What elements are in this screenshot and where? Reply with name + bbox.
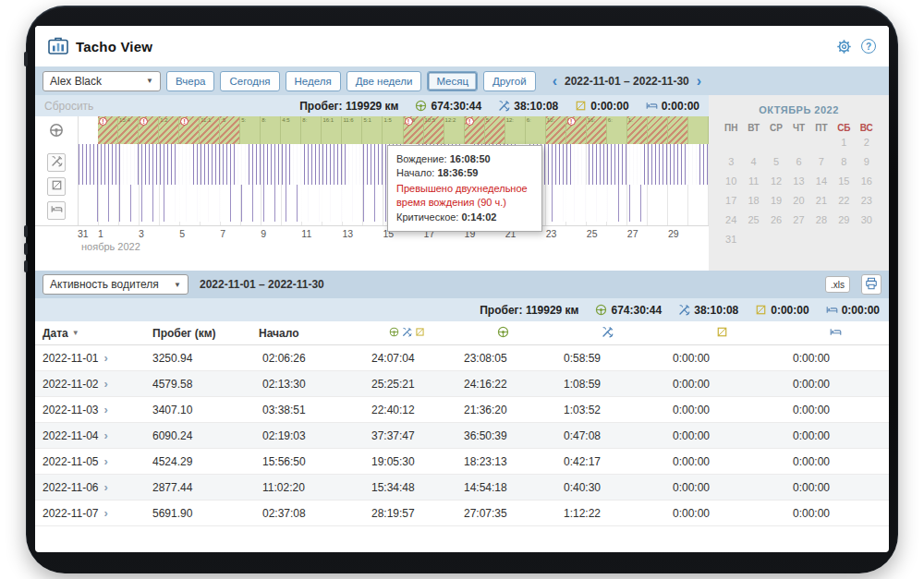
calendar-day[interactable]: 12 xyxy=(765,175,787,189)
column-header-start[interactable]: Начало xyxy=(251,321,360,344)
expand-row-chevron[interactable]: › xyxy=(104,403,108,416)
row-date[interactable]: 2022-11-02› xyxy=(35,371,148,396)
range-button-month[interactable]: Месяц xyxy=(427,71,478,91)
prev-period-button[interactable]: ‹ xyxy=(553,74,557,89)
timeline-activity-segment[interactable]: 6:! xyxy=(465,116,485,144)
expand-row-chevron[interactable]: › xyxy=(104,454,108,468)
export-xls-button[interactable]: .xls xyxy=(825,276,850,293)
calendar-day[interactable]: 19 xyxy=(765,195,787,209)
expand-row-chevron[interactable]: › xyxy=(104,351,108,365)
column-header-work[interactable] xyxy=(553,321,662,344)
row-date[interactable]: 2022-11-01› xyxy=(35,345,148,370)
calendar-day[interactable]: 22 xyxy=(833,195,855,209)
timeline-activity-segment[interactable]: 5: xyxy=(240,116,261,144)
timeline-activity-segment[interactable]: 8: xyxy=(261,116,281,144)
timeline-activity-segment[interactable]: 4:5 xyxy=(281,116,301,144)
timeline-activity-segment[interactable]: 6:! xyxy=(566,116,587,144)
timeline-activity-segment[interactable]: 1:2 xyxy=(159,116,179,144)
timeline-activity-segment[interactable]: 11:1 xyxy=(200,116,220,144)
calendar-day[interactable]: 6 xyxy=(787,156,809,170)
range-button-two-weeks[interactable]: Две недели xyxy=(346,71,422,91)
calendar-day[interactable]: 8 xyxy=(833,156,855,170)
calendar-day[interactable]: 3 xyxy=(720,156,742,170)
calendar-day[interactable]: 4 xyxy=(742,156,764,170)
range-button-today[interactable]: Сегодня xyxy=(220,71,279,91)
expand-row-chevron[interactable]: › xyxy=(104,480,108,494)
calendar-day[interactable]: 10 xyxy=(720,175,742,189)
row-date[interactable]: 2022-11-03› xyxy=(35,397,148,422)
row-date[interactable]: 2022-11-06› xyxy=(35,475,148,500)
calendar-day[interactable]: 5 xyxy=(765,156,787,170)
column-header-total-duty[interactable] xyxy=(360,321,453,344)
timeline-activity-segment[interactable]: 8: xyxy=(301,116,322,144)
range-button-other[interactable]: Другой xyxy=(483,71,536,91)
calendar-day[interactable]: 16 xyxy=(856,175,878,189)
timeline-activity-segment[interactable]: 12: xyxy=(505,116,526,144)
calendar-day[interactable]: 1 xyxy=(833,137,855,151)
calendar-day[interactable]: 30 xyxy=(856,214,878,228)
calendar-day[interactable]: 15 xyxy=(833,175,855,189)
calendar-day[interactable]: 18 xyxy=(742,195,764,209)
timeline-activity-segment[interactable]: 7:! xyxy=(98,116,118,144)
next-period-button[interactable]: › xyxy=(697,74,701,89)
help-icon[interactable]: ? xyxy=(861,39,876,54)
calendar-day[interactable]: 20 xyxy=(787,195,809,209)
timeline-activity-segment[interactable]: 5:1 xyxy=(362,116,383,144)
timeline-activity-segment[interactable]: 4:1! xyxy=(139,116,159,144)
timeline-activity-segment[interactable]: 10:! xyxy=(179,116,200,144)
timeline-activity-segment[interactable]: 1:5 xyxy=(383,116,403,144)
settings-gear-icon[interactable] xyxy=(836,39,852,54)
timeline-activity-segment[interactable]: 6: xyxy=(607,116,627,144)
calendar-day[interactable]: 26 xyxy=(765,214,787,228)
calendar-day[interactable]: 21 xyxy=(810,195,833,209)
calendar-day[interactable]: 28 xyxy=(810,214,833,228)
timeline-activity-segment[interactable]: 1: xyxy=(627,116,648,144)
timeline-activity-segment[interactable] xyxy=(648,116,668,144)
timeline-activity-segment[interactable]: 12:6! xyxy=(404,116,424,144)
column-header-rest[interactable] xyxy=(782,321,889,344)
calendar-day[interactable]: 17 xyxy=(720,195,742,209)
calendar-day[interactable]: 9 xyxy=(856,156,878,170)
expand-row-chevron[interactable]: › xyxy=(104,377,108,391)
timeline-activity-segment[interactable]: 16: xyxy=(587,116,607,144)
calendar-day[interactable]: 25 xyxy=(742,214,764,228)
timeline-activity-segment[interactable]: 10: xyxy=(546,116,566,144)
calendar-day[interactable]: 13 xyxy=(787,175,809,189)
calendar-day[interactable]: 31 xyxy=(720,234,742,247)
expand-row-chevron[interactable]: › xyxy=(104,428,108,442)
calendar-day[interactable]: 7 xyxy=(810,156,833,170)
column-header-mileage[interactable]: Пробег (км) xyxy=(148,321,251,344)
calendar-day[interactable]: 2 xyxy=(856,137,878,151)
range-button-yesterday[interactable]: Вчера xyxy=(166,71,214,91)
calendar-day[interactable]: 29 xyxy=(833,214,855,228)
timeline-activity-segment[interactable]: 15:4 xyxy=(118,116,139,144)
timeline-activity-segment[interactable]: 5: xyxy=(485,116,505,144)
timeline-activity-segment[interactable]: 16:1 xyxy=(322,116,342,144)
timeline-chart[interactable]: 7:!15:44:1!1:210:!11:1:55:8:4:58:16:111:… xyxy=(78,116,709,225)
range-button-week[interactable]: Неделя xyxy=(286,71,341,91)
row-date[interactable]: 2022-11-04› xyxy=(35,423,148,448)
calendar-day[interactable]: 14 xyxy=(810,175,833,189)
report-select[interactable]: Активность водителя ▼ xyxy=(43,274,188,295)
driver-select[interactable]: Alex Black ▼ xyxy=(43,71,161,91)
print-button[interactable] xyxy=(861,274,881,295)
calendar-day[interactable]: 27 xyxy=(787,214,809,228)
calendar-day[interactable]: 24 xyxy=(720,214,742,228)
column-header-date[interactable]: Дата ▼ xyxy=(35,321,148,344)
expand-row-chevron[interactable]: › xyxy=(104,506,108,520)
timeline-activity-segment[interactable] xyxy=(668,116,688,144)
reset-button[interactable]: Сбросить xyxy=(44,100,93,113)
calendar-day[interactable]: 11 xyxy=(742,175,764,189)
timeline-activity-segment[interactable]: 11:6 xyxy=(342,116,362,144)
timeline-activity-segment[interactable]: :5 xyxy=(220,116,240,144)
timeline-activity-segment[interactable] xyxy=(79,116,98,144)
timeline-activity-segment[interactable]: 10:5 xyxy=(424,116,444,144)
row-date[interactable]: 2022-11-07› xyxy=(35,501,148,525)
column-header-availability[interactable] xyxy=(662,321,782,344)
timeline-activity-segment[interactable] xyxy=(688,116,709,144)
row-date[interactable]: 2022-11-05› xyxy=(35,449,148,474)
timeline-activity-segment[interactable]: 12:2 xyxy=(444,116,465,144)
calendar-day[interactable]: 23 xyxy=(856,195,878,209)
column-header-driving[interactable] xyxy=(453,321,553,344)
timeline-activity-segment[interactable]: 6: xyxy=(526,116,546,144)
